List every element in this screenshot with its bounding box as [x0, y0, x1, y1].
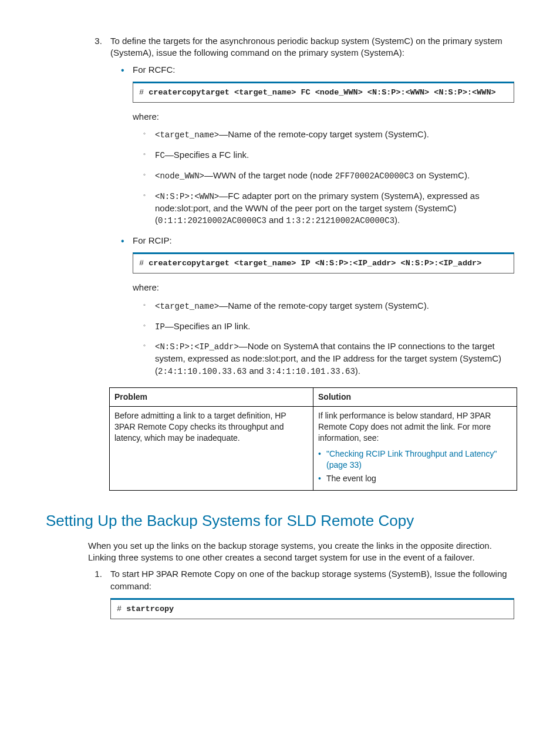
code: 3:4:1:10.101.33.63 — [266, 367, 355, 376]
sol-log-item: The event log — [326, 473, 512, 484]
code: 2:4:1:10.100.33.63 — [158, 367, 247, 376]
cmd-prefix: # — [139, 88, 149, 97]
code: <node_WWN> — [155, 171, 204, 181]
code: IP — [155, 322, 165, 332]
sol-link-item: "Checking RCIP Link Throughput and Laten… — [326, 448, 512, 471]
desc: —Specifies an IP link. — [165, 321, 251, 331]
step-3-text: To define the targets for the asynchrono… — [110, 36, 502, 58]
section-intro: When you set up the links on the backup … — [88, 540, 514, 564]
desc: ). — [355, 366, 360, 376]
step-1: To start HP 3PAR Remote Copy on one of t… — [104, 568, 514, 619]
code: <N:S:P>:<IP_addr> — [155, 342, 239, 352]
startrcopy-command: startrcopy — [126, 605, 174, 613]
desc: —WWN of the target node (node — [204, 170, 335, 180]
code: <target_name> — [155, 302, 219, 311]
th-problem: Problem — [110, 388, 313, 407]
rcip-command: creatercopytarget <target_name> IP <N:S:… — [149, 259, 481, 268]
desc: —Name of the remote-copy target system (… — [219, 129, 429, 139]
desc: and — [266, 215, 286, 225]
rcip-item: For RCIP: # creatercopytarget <target_na… — [133, 235, 514, 377]
cmd-prefix: # — [117, 605, 126, 613]
rcfc-param-target: <target_name>—Name of the remote-copy ta… — [155, 129, 514, 141]
desc: and — [247, 366, 266, 376]
sol-intro: If link performance is below standard, H… — [318, 411, 491, 443]
problem-solution-table: Problem Solution Before admitting a link… — [109, 387, 517, 490]
step-1-text: To start HP 3PAR Remote Copy on one of t… — [110, 569, 507, 590]
rcfc-param-fc: FC—Specifies a FC link. — [155, 149, 514, 161]
code: 0:1:1:20210002AC0000C3 — [158, 216, 266, 225]
rcfc-param-wwn: <node_WWN>—WWN of the target node (node … — [155, 170, 514, 182]
step-3: To define the targets for the asynchrono… — [104, 35, 514, 377]
rcip-param-target: <target_name>—Name of the remote-copy ta… — [155, 300, 514, 312]
th-solution: Solution — [313, 388, 517, 407]
code: <N:S:P>:<WWN> — [155, 192, 219, 201]
rcip-label: For RCIP: — [133, 235, 172, 245]
rcfc-codebox: # creatercopytarget <target_name> FC <no… — [133, 82, 514, 103]
cmd-prefix: # — [139, 259, 149, 268]
rcfc-command: creatercopytarget <target_name> FC <node… — [149, 88, 495, 97]
desc: ). — [394, 215, 400, 225]
rcfc-label: For RCFC: — [133, 65, 176, 75]
rcip-param-ip: IP—Specifies an IP link. — [155, 320, 514, 333]
td-solution: If link performance is below standard, H… — [313, 407, 517, 490]
td-problem: Before admitting a link to a target defi… — [110, 407, 313, 490]
rcip-codebox: # creatercopytarget <target_name> IP <N:… — [133, 252, 514, 274]
rcfc-where: where: — [133, 111, 514, 123]
section-heading: Setting Up the Backup Systems for SLD Re… — [46, 511, 514, 531]
startrcopy-codebox: # startrcopy — [110, 598, 514, 619]
desc: on SystemC). — [414, 170, 470, 180]
rcfc-param-nsp: <N:S:P>:<WWN>—FC adapter port on the pri… — [155, 190, 514, 227]
rcip-param-nsp: <N:S:P>:<IP_addr>—Node on SystemA that c… — [155, 340, 514, 377]
code: <target_name> — [155, 130, 219, 140]
code: 1:3:2:21210002AC0000C3 — [286, 216, 394, 225]
desc: —Specifies a FC link. — [165, 150, 249, 160]
rcfc-item: For RCFC: # creatercopytarget <target_na… — [133, 64, 514, 227]
desc: —Name of the remote-copy target system (… — [219, 301, 429, 310]
sol-link[interactable]: "Checking RCIP Link Throughput and Laten… — [326, 449, 497, 470]
rcip-where: where: — [133, 282, 514, 293]
code: 2FF70002AC0000C3 — [335, 171, 414, 181]
code: FC — [155, 151, 165, 160]
